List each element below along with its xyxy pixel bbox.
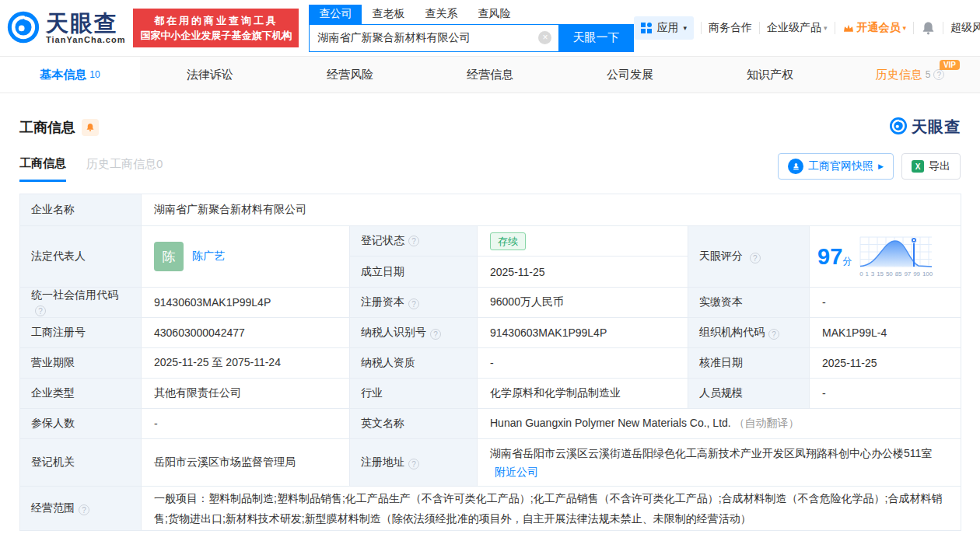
subtab-history-business-info[interactable]: 历史工商信息0 [86,157,163,180]
notification-bell-icon[interactable] [921,21,936,36]
legal-rep-label: 法定代表人 [20,226,142,288]
nearby-companies-link[interactable]: 附近公司 [495,466,538,478]
official-snapshot-button[interactable]: 工商官网快照 ▶ [778,153,894,180]
company-type-label: 企业类型 [20,379,142,409]
reg-status-value: 存续 [478,226,688,256]
table-row: 统一社会信用代码? 91430603MAK1P99L4P 注册资本? 96000… [20,288,961,318]
industry-label: 行业 [350,379,478,409]
taxpayer-quality-value: - [478,348,688,379]
clear-search-icon[interactable]: × [538,31,551,44]
auto-translate-note: （自动翻译） [734,417,800,429]
tab-basic-info[interactable]: 基本信息 10 [0,57,140,92]
help-icon[interactable]: ? [933,69,944,80]
reg-number-value: 430603000042477 [142,318,350,348]
credit-code-value: 91430603MAK1P99L4P [142,288,350,318]
staff-size-value: - [810,379,961,409]
search-tab-boss[interactable]: 查老板 [362,5,415,24]
table-row: 企业类型 其他有限责任公司 行业 化学原料和化学制品制造业 人员规模 - [20,379,961,409]
business-info-table: 企业名称 湖南省广新聚合新材料有限公司 法定代表人 陈 陈广艺 登记状态 ? 存 [19,194,961,531]
divider [835,22,835,34]
tab-operating-risk[interactable]: 经营风险 [280,57,420,92]
nav-vip-label: 开通会员 [857,21,901,35]
business-scope-label: 经营范围? [20,487,142,531]
subtab-business-info[interactable]: 工商信息 [19,156,66,182]
chevron-down-icon: ▾ [683,24,687,32]
search-tab-company[interactable]: 查公司 [309,5,362,24]
tab-history-info[interactable]: VIP 历史信息 5 ? [840,57,980,92]
divider [913,22,914,34]
org-code-value: MAK1P99L-4 [810,318,961,348]
nav-super-risk[interactable]: 超级风... ▾ [950,21,980,35]
taxpayer-quality-label: 纳税人资质 [350,348,478,379]
table-row: 登记机关 岳阳市云溪区市场监督管理局 注册地址? 湖南省岳阳市云溪区云溪街道岳阳… [20,439,961,487]
paid-capital-label: 实缴资本 [688,288,810,318]
subtab-row: 工商信息 历史工商信息0 工商官网快照 ▶ X 导出 [19,153,961,184]
insured-label: 参保人数 [20,409,142,439]
nav-enterprise-products[interactable]: 企业级产品 ▾ [767,21,828,35]
org-code-label: 组织机构代码? [688,318,810,348]
tab-intellectual-property[interactable]: 知识产权 [700,57,840,92]
taxpayer-id-label: 纳税人识别号? [350,318,478,348]
tab-legal[interactable]: 法律诉讼 [140,57,280,92]
business-term-value: 2025-11-25 至 2075-11-24 [142,348,350,379]
chevron-down-icon: ▾ [824,24,828,32]
main-content: 工商信息 天眼查 工商信息 历史工商信息0 工商官网快照 ▶ X 导出 [0,117,980,531]
help-icon[interactable]: ? [408,236,419,246]
legal-rep-name-link[interactable]: 陈广艺 [192,250,225,264]
stamp-icon [788,159,803,174]
help-icon[interactable]: ? [750,253,761,264]
nav-vip-membership[interactable]: 开通会员 ▾ [842,21,907,35]
export-button[interactable]: X 导出 [901,153,961,180]
score-axis-labels: 0131550859799100 [859,270,933,277]
tab-company-development[interactable]: 公司发展 [560,57,700,92]
help-icon[interactable]: ? [79,504,89,515]
divider [943,22,943,34]
business-term-label: 营业期限 [20,348,142,379]
approval-date-label: 核准日期 [688,348,810,379]
nav-business-cooperation[interactable]: 商务合作 [709,21,752,35]
reg-capital-label: 注册资本? [350,288,478,318]
tianyancha-logo-icon [6,10,40,47]
legal-rep-value: 陈 陈广艺 [142,226,350,288]
search-button[interactable]: 天眼一下 [558,25,633,51]
table-row: 参保人数 - 英文名称 Hunan Guangxin Polymer New M… [20,409,961,439]
help-icon[interactable]: ? [768,329,779,340]
reg-authority-label: 登记机关 [20,439,142,487]
excel-icon: X [912,160,924,173]
tab-operating-info[interactable]: 经营信息 [420,57,560,92]
address-value: 湖南省岳阳市云溪区云溪街道岳阳绿色化工高新技术产业开发区凤翔路科创中心办公楼51… [478,439,961,487]
apps-menu[interactable]: 应用 ▾ [634,16,694,40]
tab-risk-label: 经营风险 [327,68,373,82]
reg-authority-value: 岳阳市云溪区市场监督管理局 [142,439,350,487]
table-row: 经营范围? 一般项目：塑料制品制造;塑料制品销售;化工产品生产（不含许可类化工产… [20,487,961,531]
help-icon[interactable]: ? [408,459,419,469]
watermark-logo-icon [889,117,908,138]
nav-enterprise-label: 企业级产品 [767,21,821,35]
tab-ip-label: 知识产权 [747,68,793,82]
help-icon[interactable]: ? [430,329,441,340]
search-input[interactable] [310,25,538,51]
english-name-label: 英文名称 [350,409,478,439]
search-tabs: 查公司 查老板 查关系 查风险 [309,5,634,24]
help-icon[interactable]: ? [408,298,419,309]
tab-legal-label: 法律诉讼 [187,68,233,82]
reg-capital-value: 96000万人民币 [478,288,688,318]
section-title: 工商信息 [19,118,75,137]
table-row: 法定代表人 陈 陈广艺 登记状态 ? 存续 成立 [20,226,961,288]
subscribe-bell-icon[interactable] [82,119,99,136]
legal-rep-avatar[interactable]: 陈 [154,242,184,271]
slogan-banner: 都在用的商业查询工具 国家中小企业发展子基金旗下机构 [133,9,299,47]
reg-status-row: 登记状态 ? 存续 [350,226,688,257]
crown-icon [842,22,855,34]
search-tab-relation[interactable]: 查关系 [415,5,467,24]
help-icon[interactable]: ? [35,305,46,316]
tianyancha-logo[interactable]: 天眼查 TianYanCha.com [6,10,125,47]
search-tab-risk[interactable]: 查风险 [467,5,520,24]
top-right-nav: 应用 ▾ 商务合作 企业级产品 ▾ 开通会员 ▾ 超级风... ▾ [634,16,980,40]
tab-basic-label: 基本信息 [40,68,86,82]
subtab-buttons: 工商官网快照 ▶ X 导出 [778,153,961,184]
business-scope-value: 一般项目：塑料制品制造;塑料制品销售;化工产品生产（不含许可类化工产品）;化工产… [142,487,961,531]
table-row: 营业期限 2025-11-25 至 2075-11-24 纳税人资质 - 核准日… [20,348,961,379]
reg-number-label: 工商注册号 [20,318,142,348]
tab-development-label: 公司发展 [607,68,653,82]
